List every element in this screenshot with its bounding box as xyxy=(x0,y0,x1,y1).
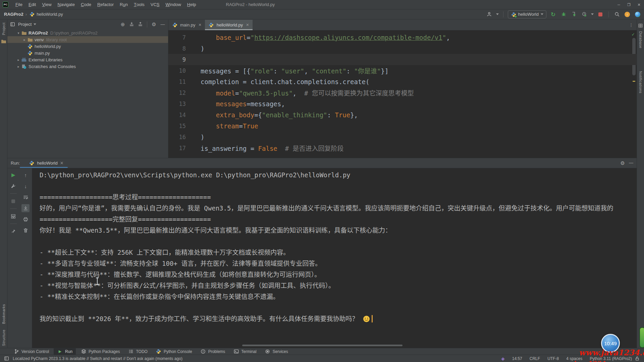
settings-icon[interactable]: ⚙ xyxy=(621,160,625,166)
chevron-down-icon[interactable] xyxy=(591,13,594,15)
menu-run[interactable]: Run xyxy=(117,0,131,9)
debug-icon[interactable] xyxy=(560,11,567,18)
close-button[interactable]: ✕ xyxy=(634,0,644,9)
tool-strip-project[interactable]: Project xyxy=(2,22,6,35)
hide-panel-icon[interactable]: — xyxy=(159,21,166,28)
profiler-icon[interactable] xyxy=(581,11,588,18)
user-icon[interactable] xyxy=(486,11,493,18)
breadcrumb-file[interactable]: helloWorld.py xyxy=(37,12,63,17)
tool-strip-structure[interactable]: Structure xyxy=(2,329,6,346)
tool-strip-database[interactable]: Database xyxy=(639,31,643,48)
menu-view[interactable]: View xyxy=(39,0,54,9)
python-file-icon xyxy=(208,22,214,28)
chevron-right-icon[interactable]: ▸ xyxy=(22,38,27,42)
tool-strip-notifications[interactable]: Notifications xyxy=(639,71,643,93)
rerun-icon[interactable]: ↻ xyxy=(549,11,557,18)
event-log-icon[interactable] xyxy=(3,356,9,362)
close-icon[interactable]: ✕ xyxy=(199,23,202,27)
line-number: 8 xyxy=(168,45,186,52)
menu-vcs[interactable]: VCS xyxy=(148,0,163,9)
coverage-icon[interactable] xyxy=(570,11,578,18)
run-panel-header: Run: helloWorld ✕ ⚙ — xyxy=(7,158,637,168)
console-line xyxy=(40,302,637,313)
stop-icon[interactable] xyxy=(9,197,17,205)
status-clock-position[interactable]: 14:57 xyxy=(512,356,522,361)
layout-icon[interactable] xyxy=(9,212,17,220)
tree-item-main-py[interactable]: main.py xyxy=(7,50,168,56)
tab-options-icon[interactable]: ⋮ xyxy=(629,22,633,27)
expand-all-icon[interactable] xyxy=(128,21,135,28)
python-file-icon xyxy=(29,11,35,17)
rerun-icon[interactable]: ▶ xyxy=(9,171,17,179)
plugin-icon[interactable]: ◈ xyxy=(501,356,505,361)
menu-navigate[interactable]: Navigate xyxy=(55,0,78,9)
toolbar-right: helloWorld ↻ ↑ xyxy=(486,10,641,18)
chevron-down-icon[interactable] xyxy=(496,13,499,15)
settings-icon[interactable]: ⚙ xyxy=(151,21,157,28)
status-line-separator[interactable]: CRLF xyxy=(530,356,540,361)
chevron-right-icon[interactable]: ▸ xyxy=(16,58,21,62)
learn-icon[interactable] xyxy=(634,11,641,18)
menu-code[interactable]: Code xyxy=(78,0,94,9)
locate-icon[interactable]: ⊕ xyxy=(119,21,126,28)
console-horizontal-scrollbar[interactable] xyxy=(242,345,402,346)
tree-item-helloworld-py[interactable]: helloWorld.py xyxy=(7,43,168,50)
code-editor[interactable]: ✓ 7 base_url="https://dashscope.aliyuncs… xyxy=(168,31,637,158)
scroll-to-end-icon[interactable] xyxy=(21,204,30,212)
tree-item-external-libraries[interactable]: ▸External Libraries xyxy=(7,56,168,63)
editor-tab-helloWorld-py[interactable]: helloWorld.py✕ xyxy=(205,20,253,30)
editor: main.py✕helloWorld.py✕⋮ ✓ 7 base_url="ht… xyxy=(168,20,637,158)
tree-item-scratches-and-consoles[interactable]: ▸Scratches and Consoles xyxy=(7,63,168,70)
running-dot-icon xyxy=(515,15,517,18)
python-icon xyxy=(27,43,33,49)
menu-file[interactable]: File xyxy=(12,0,25,9)
tree-item-ragpro2[interactable]: ▾RAGPro2D:\python_pro\RAGPro2 xyxy=(7,29,168,36)
tool-window-button-version-control[interactable]: Version Control xyxy=(10,348,52,355)
tree-item-venv[interactable]: ▸venvlibrary root xyxy=(7,36,168,43)
pin-icon[interactable] xyxy=(9,227,17,235)
maximize-button[interactable]: ❐ xyxy=(624,0,634,9)
up-icon[interactable]: ↑ xyxy=(21,171,30,179)
toolbar-divider xyxy=(147,21,147,27)
chevron-down-icon[interactable] xyxy=(34,23,36,25)
menu-window[interactable]: Window xyxy=(163,0,184,9)
tool-window-button-terminal[interactable]: Terminal xyxy=(230,348,260,355)
search-icon[interactable] xyxy=(613,11,621,18)
tool-window-button-problems[interactable]: Problems xyxy=(197,348,229,355)
project-panel-title[interactable]: Project xyxy=(18,22,32,27)
tool-window-button-python-packages[interactable]: Python Packages xyxy=(77,348,123,355)
stop-icon[interactable] xyxy=(597,11,604,18)
console-output[interactable]: D:\python_pro\RAGPro2\venv\Scripts\pytho… xyxy=(32,168,637,348)
menu-tools[interactable]: Tools xyxy=(131,0,148,9)
hide-panel-icon[interactable]: — xyxy=(629,160,633,166)
update-icon[interactable]: ↑ xyxy=(624,11,631,18)
minimize-button[interactable]: ─ xyxy=(614,0,624,9)
chevron-right-icon[interactable]: ▸ xyxy=(16,65,21,68)
print-icon[interactable] xyxy=(21,215,30,223)
tool-window-button-python-console[interactable]: Python Console xyxy=(152,348,196,355)
menu-edit[interactable]: Edit xyxy=(25,0,39,9)
close-icon[interactable]: ✕ xyxy=(60,161,64,166)
breadcrumb-project[interactable]: RAGPro2 xyxy=(4,12,23,17)
editor-tab-main-py[interactable]: main.py✕ xyxy=(168,20,205,30)
close-icon[interactable]: ✕ xyxy=(246,23,249,27)
run-tab[interactable]: helloWorld ✕ xyxy=(24,158,67,168)
down-icon[interactable]: ↓ xyxy=(21,182,30,190)
line-number: 14 xyxy=(168,112,186,118)
run-configuration-select[interactable]: helloWorld xyxy=(508,10,546,18)
collapse-all-icon[interactable] xyxy=(137,21,144,28)
menu-help[interactable]: Help xyxy=(184,0,199,9)
play-icon: ▶ xyxy=(57,349,63,355)
line-number: 16 xyxy=(168,134,186,140)
tool-window-button-services[interactable]: Services xyxy=(261,348,291,355)
floating-green-handle[interactable] xyxy=(639,327,644,348)
tool-strip-bookmarks[interactable]: Bookmarks xyxy=(2,304,6,324)
settings-icon[interactable] xyxy=(9,182,17,190)
status-message[interactable]: Localized PyCharm 2023.1.3 is available … xyxy=(13,356,182,361)
tool-window-button-run[interactable]: ▶Run xyxy=(54,348,76,355)
softwrap-icon[interactable] xyxy=(21,193,30,201)
clear-icon[interactable] xyxy=(21,226,30,234)
menu-refactor[interactable]: Refactor xyxy=(94,0,117,9)
tool-window-button-todo[interactable]: TODO xyxy=(124,348,151,355)
chevron-down-icon[interactable]: ▾ xyxy=(16,31,21,35)
